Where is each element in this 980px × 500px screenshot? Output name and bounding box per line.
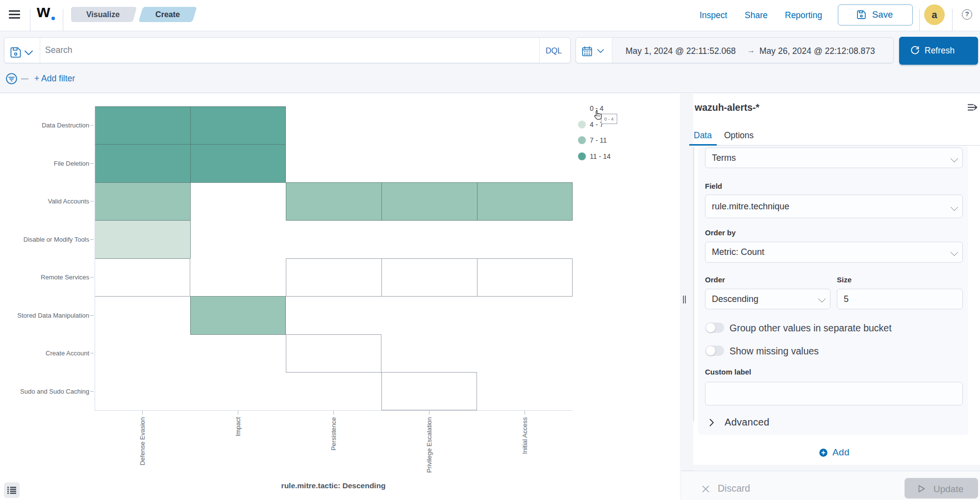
- svg-text:Stored Data Manipulation: Stored Data Manipulation: [17, 312, 89, 319]
- svg-text:7 - 11: 7 - 11: [590, 136, 607, 144]
- svg-text:Persistence: Persistence: [330, 417, 337, 450]
- svg-text:Remote Services: Remote Services: [41, 274, 89, 281]
- svg-text:Defense Evasion: Defense Evasion: [139, 417, 146, 465]
- svg-text:Data Destruction: Data Destruction: [42, 122, 89, 129]
- svg-text:File Deletion: File Deletion: [54, 160, 89, 167]
- svg-text:Valid Accounts: Valid Accounts: [48, 198, 90, 205]
- svg-text:Disable or Modify Tools: Disable or Modify Tools: [24, 236, 90, 243]
- svg-text:0 - 4: 0 - 4: [604, 116, 613, 122]
- svg-text:Impact: Impact: [234, 417, 242, 436]
- svg-text:Privilege Escalation: Privilege Escalation: [426, 417, 433, 473]
- svg-text:Sudo and Sudo Caching: Sudo and Sudo Caching: [20, 388, 89, 395]
- svg-text:Initial Access: Initial Access: [521, 417, 528, 454]
- svg-text:11 - 14: 11 - 14: [590, 152, 611, 160]
- svg-text:Create Account: Create Account: [46, 350, 89, 357]
- svg-text:rule.mitre.tactic: Descending: rule.mitre.tactic: Descending: [281, 481, 386, 490]
